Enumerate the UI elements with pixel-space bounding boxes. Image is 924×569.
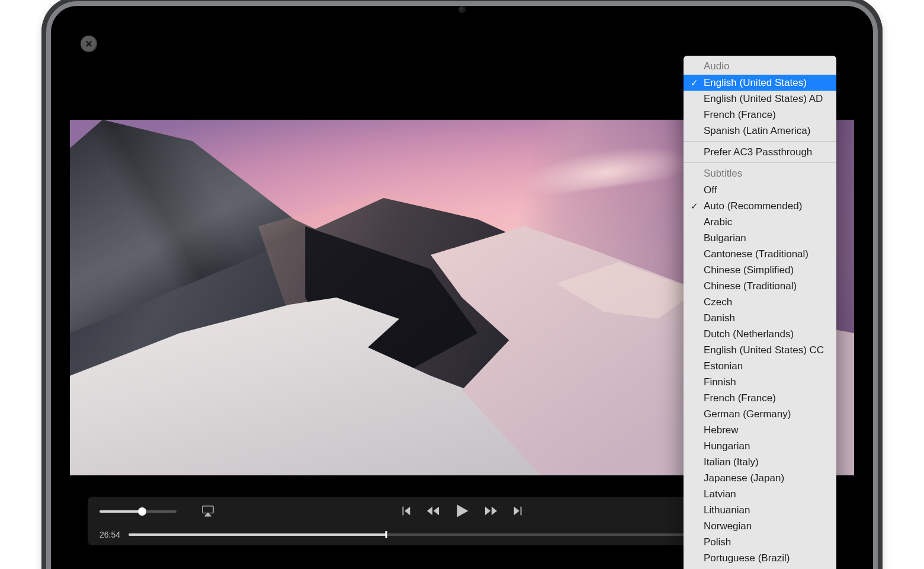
- close-button[interactable]: [81, 36, 97, 52]
- airplay-icon: [201, 505, 214, 517]
- subtitle-option[interactable]: Cantonese (Traditional): [684, 246, 836, 262]
- menu-item-label: Arabic: [704, 216, 732, 228]
- menu-separator: [684, 141, 836, 142]
- subtitle-option[interactable]: Arabic: [684, 214, 836, 230]
- menu-item-label: Danish: [704, 312, 735, 324]
- menu-item-label: Off: [704, 184, 717, 196]
- skip-back-icon: [399, 504, 412, 517]
- menu-item-label: Latvian: [704, 488, 736, 500]
- menu-item-label: Norwegian: [704, 520, 752, 532]
- laptop-bezel: 26:54 Audio ✓English (United States)Engl…: [41, 0, 883, 569]
- next-button[interactable]: [512, 504, 525, 519]
- subtitle-option[interactable]: Norwegian: [684, 518, 836, 534]
- subtitle-option[interactable]: Italian (Italy): [684, 454, 836, 470]
- video-player-fullscreen: 26:54 Audio ✓English (United States)Engl…: [70, 25, 854, 558]
- menu-item-label: Spanish (Latin America): [704, 125, 810, 136]
- menu-item-label: French (France): [704, 392, 776, 404]
- subtitle-option[interactable]: Hungarian: [684, 438, 836, 454]
- subtitle-option[interactable]: Estonian: [684, 358, 836, 374]
- menu-item-label: English (United States) AD: [704, 93, 823, 104]
- menu-item-label: Czech: [704, 296, 732, 308]
- subtitles-section-header: Subtitles: [684, 165, 836, 182]
- menu-item-label: Lithuanian: [704, 504, 750, 516]
- subtitle-option[interactable]: Danish: [684, 310, 836, 326]
- subtitle-option[interactable]: Off: [684, 182, 836, 198]
- subtitle-option[interactable]: Lithuanian: [684, 502, 836, 518]
- subtitle-option[interactable]: Japanese (Japan): [684, 470, 836, 486]
- audio-subtitles-menu[interactable]: Audio ✓English (United States)English (U…: [684, 56, 836, 569]
- elapsed-time: 26:54: [100, 530, 120, 539]
- subtitle-option[interactable]: Bulgarian: [684, 230, 836, 246]
- svg-rect-0: [203, 506, 213, 513]
- subtitle-option[interactable]: Portuguese (Portugal): [684, 566, 836, 569]
- subtitle-option[interactable]: Dutch (Netherlands): [684, 326, 836, 342]
- subtitle-option[interactable]: Portuguese (Brazil): [684, 550, 836, 566]
- audio-option[interactable]: ✓English (United States): [684, 75, 836, 91]
- previous-button[interactable]: [399, 504, 412, 519]
- forward-button[interactable]: [485, 504, 498, 519]
- menu-item-label: Chinese (Simplified): [704, 264, 794, 276]
- menu-item-label: Hebrew: [704, 424, 739, 436]
- rewind-icon: [426, 504, 439, 517]
- rewind-button[interactable]: [426, 504, 439, 519]
- menu-item-label: Dutch (Netherlands): [704, 328, 794, 340]
- menu-item-label: Auto (Recommended): [704, 200, 802, 212]
- subtitle-option[interactable]: Finnish: [684, 374, 836, 390]
- menu-item-label: Finnish: [704, 376, 736, 388]
- menu-item-label: Portuguese (Brazil): [704, 552, 790, 564]
- menu-separator: [684, 162, 836, 163]
- skip-forward-icon: [512, 504, 525, 517]
- menu-item-label: Polish: [704, 536, 731, 548]
- close-icon: [85, 40, 93, 48]
- play-button[interactable]: [454, 503, 470, 521]
- subtitle-option[interactable]: Polish: [684, 534, 836, 550]
- menu-item-label: German (Germany): [704, 408, 791, 420]
- play-icon: [454, 503, 470, 519]
- subtitle-option[interactable]: German (Germany): [684, 406, 836, 422]
- menu-item-label: English (United States): [704, 77, 807, 88]
- ac3-passthrough-option[interactable]: Prefer AC3 Passthrough: [684, 144, 836, 160]
- audio-option[interactable]: French (France): [684, 107, 836, 123]
- check-icon: ✓: [691, 76, 698, 89]
- camera-icon: [458, 6, 466, 13]
- menu-item-label: Japanese (Japan): [704, 472, 784, 484]
- fast-forward-icon: [485, 504, 498, 517]
- audio-option[interactable]: English (United States) AD: [684, 91, 836, 107]
- menu-item-label: Chinese (Traditional): [704, 280, 797, 292]
- subtitle-option[interactable]: French (France): [684, 390, 836, 406]
- menu-item-label: Hungarian: [704, 440, 750, 452]
- volume-slider[interactable]: [100, 510, 188, 513]
- airplay-button[interactable]: [201, 505, 214, 519]
- menu-item-label: English (United States) CC: [704, 344, 824, 356]
- subtitle-option[interactable]: English (United States) CC: [684, 342, 836, 358]
- subtitle-option[interactable]: ✓Auto (Recommended): [684, 198, 836, 214]
- subtitle-option[interactable]: Hebrew: [684, 422, 836, 438]
- subtitle-option[interactable]: Chinese (Traditional): [684, 278, 836, 294]
- audio-option[interactable]: Spanish (Latin America): [684, 123, 836, 139]
- subtitle-option[interactable]: Latvian: [684, 486, 836, 502]
- audio-section-header: Audio: [684, 58, 836, 75]
- menu-item-label: Bulgarian: [704, 232, 746, 244]
- subtitle-option[interactable]: Chinese (Simplified): [684, 262, 836, 278]
- menu-item-label: Estonian: [704, 360, 743, 372]
- menu-item-label: Cantonese (Traditional): [704, 248, 808, 260]
- menu-item-label: French (France): [704, 109, 776, 120]
- subtitle-option[interactable]: Czech: [684, 294, 836, 310]
- check-icon: ✓: [691, 199, 698, 213]
- menu-item-label: Italian (Italy): [704, 456, 759, 468]
